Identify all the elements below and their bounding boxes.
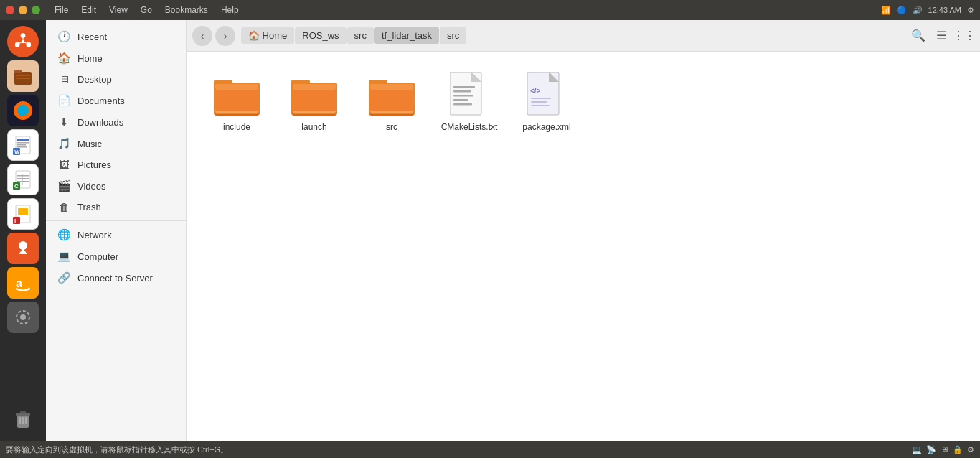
dock-firefox[interactable] xyxy=(7,95,39,126)
svg-point-3 xyxy=(15,42,20,47)
dock-trash[interactable] xyxy=(7,403,39,435)
svg-point-13 xyxy=(17,105,29,116)
sidebar-item-pictures[interactable]: 🖼 Pictures xyxy=(46,154,186,175)
dock-calc[interactable]: C xyxy=(7,164,39,195)
menu-view[interactable]: View xyxy=(103,4,133,17)
menu-help[interactable]: Help xyxy=(215,4,245,17)
sidebar-item-downloads[interactable]: ⬇ Downloads xyxy=(46,111,186,133)
sidebar-item-music[interactable]: 🎵 Music xyxy=(46,133,186,154)
dock-impress[interactable]: I xyxy=(7,198,39,230)
app-window: W C I xyxy=(0,20,980,441)
file-name-src: src xyxy=(386,122,397,132)
main-content: ‹ › 🏠 Home ROS_ws src tf_lidar_task src … xyxy=(187,20,980,441)
sidebar-item-connect-server[interactable]: 🔗 Connect to Server xyxy=(46,267,186,289)
svg-rect-22 xyxy=(17,175,29,177)
svg-rect-29 xyxy=(18,208,28,215)
svg-text:W: W xyxy=(14,149,20,155)
sidebar-item-computer[interactable]: 💻 Computer xyxy=(46,246,186,267)
file-item-include[interactable]: include xyxy=(201,66,273,138)
breadcrumb-tflidartask[interactable]: tf_lidar_task xyxy=(374,27,439,44)
forward-button[interactable]: › xyxy=(215,26,235,46)
svg-rect-66 xyxy=(453,99,468,101)
back-button[interactable]: ‹ xyxy=(192,26,212,46)
statusbar-icon5: ⚙ xyxy=(967,445,974,454)
svg-rect-71 xyxy=(531,98,551,99)
sidebar-item-recent[interactable]: 🕐 Recent xyxy=(46,26,186,47)
svg-rect-64 xyxy=(453,90,471,93)
statusbar-icon1: 💻 xyxy=(912,445,922,454)
file-item-src[interactable]: src xyxy=(356,66,428,138)
svg-rect-72 xyxy=(531,101,547,103)
sidebar-label-music: Music xyxy=(77,139,102,149)
svg-text:a: a xyxy=(16,277,22,289)
sidebar-item-documents[interactable]: 📄 Documents xyxy=(46,90,186,111)
breadcrumb-src2[interactable]: src xyxy=(440,27,466,44)
svg-rect-63 xyxy=(453,86,475,88)
file-item-cmakelists[interactable]: CMakeLists.txt xyxy=(433,66,505,138)
svg-rect-38 xyxy=(20,411,26,413)
sidebar-label-connect-server: Connect to Server xyxy=(77,273,153,284)
svg-rect-24 xyxy=(17,181,29,182)
xml-file-icon: </> xyxy=(524,72,570,118)
folder-icon-launch xyxy=(291,72,337,118)
svg-rect-9 xyxy=(14,70,22,73)
sidebar-item-desktop[interactable]: 🖥 Desktop xyxy=(46,69,186,90)
dock-writer[interactable]: W xyxy=(7,129,39,161)
sidebar-item-trash[interactable]: 🗑 Trash xyxy=(46,197,186,218)
sidebar-label-documents: Documents xyxy=(77,95,125,106)
view-list-button[interactable]: ☰ xyxy=(931,26,951,46)
statusbar-icon4: 🔒 xyxy=(953,445,963,454)
svg-rect-53 xyxy=(293,84,336,90)
dock-files[interactable] xyxy=(7,60,39,92)
breadcrumb-rosws[interactable]: ROS_ws xyxy=(295,27,346,44)
settings-icon[interactable]: ⚙ xyxy=(967,6,974,15)
svg-point-2 xyxy=(26,42,31,47)
menu-bookmarks[interactable]: Bookmarks xyxy=(159,4,214,17)
search-button[interactable]: 🔍 xyxy=(908,26,928,46)
menu-file[interactable]: File xyxy=(49,4,74,17)
svg-point-7 xyxy=(22,40,24,43)
maximize-button[interactable] xyxy=(32,6,40,14)
breadcrumb-home[interactable]: 🏠 Home xyxy=(241,27,294,44)
documents-icon: 📄 xyxy=(57,94,70,107)
clock: 12:43 AM xyxy=(928,6,961,14)
svg-rect-65 xyxy=(453,95,473,97)
view-grid-button[interactable]: ⋮⋮ xyxy=(954,26,974,46)
window-controls xyxy=(6,6,40,14)
file-item-launch[interactable]: launch xyxy=(278,66,350,138)
dock-ubuntu[interactable] xyxy=(7,26,39,57)
svg-point-1 xyxy=(21,33,26,38)
menu-go[interactable]: Go xyxy=(135,4,158,17)
menu-edit[interactable]: Edit xyxy=(75,4,102,17)
toolbar: ‹ › 🏠 Home ROS_ws src tf_lidar_task src … xyxy=(187,20,980,52)
minimize-button[interactable] xyxy=(19,6,27,14)
svg-rect-37 xyxy=(16,413,30,416)
file-name-cmakelists: CMakeLists.txt xyxy=(441,122,498,132)
trash-icon: 🗑 xyxy=(57,201,70,213)
status-bar: 要将输入定向到该虚拟机，请将鼠标指针移入其中或按 Ctrl+G。 💻 📡 🖥 🔒… xyxy=(0,441,980,458)
videos-icon: 🎬 xyxy=(57,179,70,192)
svg-rect-11 xyxy=(16,78,30,79)
svg-text:</>: </> xyxy=(530,87,541,95)
network-sidebar-icon: 🌐 xyxy=(57,228,70,241)
dock-settings[interactable] xyxy=(7,302,39,333)
sidebar-item-videos[interactable]: 🎬 Videos xyxy=(46,175,186,197)
breadcrumb-src1[interactable]: src xyxy=(347,27,374,44)
sidebar-item-home[interactable]: 🏠 Home xyxy=(46,47,186,69)
svg-rect-47 xyxy=(215,84,258,90)
close-button[interactable] xyxy=(6,6,14,14)
cmake-file-icon xyxy=(446,72,492,118)
file-item-packagexml[interactable]: </> package.xml xyxy=(511,66,583,138)
sidebar-item-network[interactable]: 🌐 Network xyxy=(46,224,186,246)
svg-rect-10 xyxy=(16,75,30,76)
file-grid: include launch xyxy=(187,52,980,441)
downloads-icon: ⬇ xyxy=(57,116,70,128)
sidebar-label-network: Network xyxy=(77,230,112,240)
dock-software[interactable] xyxy=(7,233,39,264)
sidebar-label-home: Home xyxy=(77,53,103,64)
sidebar: 🕐 Recent 🏠 Home 🖥 Desktop 📄 Documents ⬇ … xyxy=(46,20,187,441)
folder-icon-include xyxy=(214,72,260,118)
status-bar-right: 💻 📡 🖥 🔒 ⚙ xyxy=(912,445,974,454)
dock-amazon[interactable]: a xyxy=(7,267,39,299)
home-icon: 🏠 xyxy=(57,52,70,65)
